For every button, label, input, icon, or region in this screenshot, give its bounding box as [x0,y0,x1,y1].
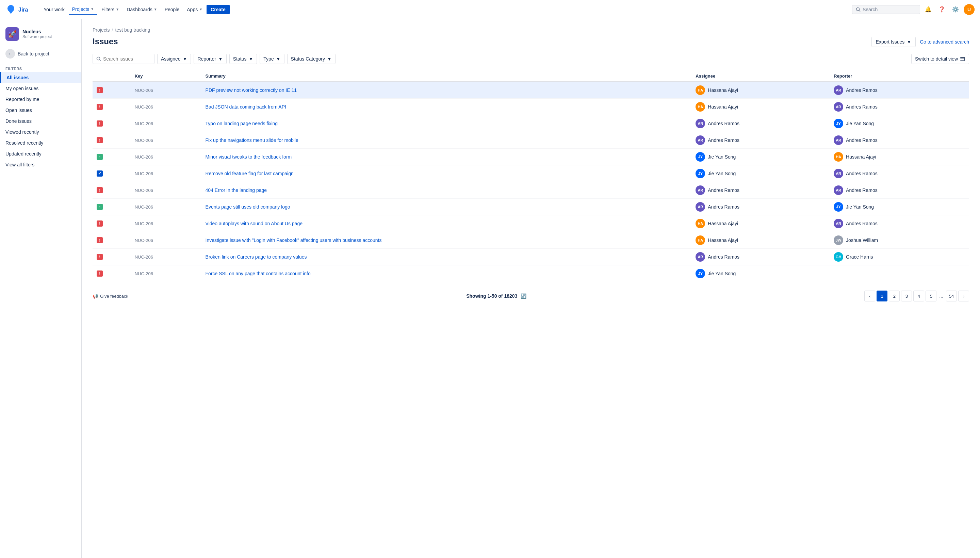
table-row[interactable]: !NUC-206Bad JSON data coming back from A… [92,98,969,115]
sidebar-item-viewed-recently[interactable]: Viewed recently [0,126,81,138]
page-5-button[interactable]: 5 [926,290,936,302]
sidebar-item-view-all-filters[interactable]: View all filters [0,159,81,170]
page-2-button[interactable]: 2 [889,290,900,302]
filters-section-title: Filters [0,64,81,72]
cell-summary[interactable]: Force SSL on any page that contains acco… [202,265,692,282]
status-chevron: ▼ [248,56,253,62]
cell-summary[interactable]: Remove old feature flag for last campaig… [202,165,692,182]
next-page-button[interactable]: › [958,290,969,302]
back-icon: ← [5,49,15,59]
detail-view-button[interactable]: Switch to detail view [911,54,969,64]
status-filter[interactable]: Status ▼ [229,54,257,64]
cell-summary[interactable]: Events page still uses old company logo [202,199,692,215]
cell-summary[interactable]: Bad JSON data coming back from API [202,98,692,115]
sidebar-item-my-open-issues[interactable]: My open issues [0,83,81,94]
sidebar-item-done-issues[interactable]: Done issues [0,116,81,126]
cell-assignee: AR Andres Ramos [691,249,830,265]
assignee-avatar: HA [696,85,705,95]
cell-type: ! [92,249,131,265]
main-content: Projects / test bug tracking Issues Expo… [82,19,980,558]
reporter-avatar: JY [834,202,843,212]
pagination-info: Showing 1-50 of 18203 🔄 [466,293,526,299]
user-avatar[interactable]: U [964,4,975,15]
help-button[interactable]: ❓ [936,4,947,15]
cell-assignee: AR Andres Ramos [691,115,830,132]
refresh-icon[interactable]: 🔄 [520,293,526,299]
apps-chevron: ▼ [199,8,202,11]
breadcrumb-separator: / [112,27,113,33]
cell-assignee: AR Andres Ramos [691,182,830,199]
create-button[interactable]: Create [207,5,230,14]
advanced-search-link[interactable]: Go to advanced search [920,39,969,44]
sidebar-item-updated-recently[interactable]: Updated recently [0,148,81,159]
assignee-filter[interactable]: Assignee ▼ [157,54,191,64]
search-issues-input[interactable] [103,56,151,62]
dashboards-nav[interactable]: Dashboards ▼ [123,5,160,14]
projects-nav[interactable]: Projects ▼ [69,5,97,15]
table-row[interactable]: !NUC-206Investigate issue with "Login wi… [92,232,969,249]
filters-chevron: ▼ [116,8,119,11]
reporter-filter[interactable]: Reporter ▼ [194,54,226,64]
page-3-button[interactable]: 3 [901,290,912,302]
cell-key: NUC-206 [131,98,202,115]
cell-summary[interactable]: Fix up the navigations menu slide for mo… [202,132,692,149]
svg-point-2 [857,8,860,11]
sidebar-item-open-issues[interactable]: Open issues [0,105,81,116]
type-filter[interactable]: Type ▼ [259,54,284,64]
reporter-avatar: AR [834,85,843,95]
page-1-button[interactable]: 1 [877,290,888,302]
table-row[interactable]: ↑NUC-206Minor visual tweaks to the feedb… [92,149,969,165]
cell-type: ! [92,115,131,132]
filters-nav[interactable]: Filters ▼ [98,5,123,14]
people-nav[interactable]: People [161,5,183,14]
feedback-button[interactable]: 📢 Give feedback [92,294,128,299]
cell-summary[interactable]: 404 Error in the landing page [202,182,692,199]
table-row[interactable]: !NUC-206Fix up the navigations menu slid… [92,132,969,149]
cell-summary[interactable]: Minor visual tweaks to the feedback form [202,149,692,165]
reporter-avatar: JW [834,235,843,245]
reporter-chevron: ▼ [218,56,223,62]
cell-summary[interactable]: Typo on landing page needs fixing [202,115,692,132]
breadcrumb-project-link[interactable]: test bug tracking [115,27,150,33]
apps-nav[interactable]: Apps ▼ [184,5,206,14]
assignee-avatar: AR [696,202,705,212]
table-row[interactable]: !NUC-206PDF preview not working correctl… [92,82,969,98]
assignee-chevron: ▼ [183,56,187,62]
table-row[interactable]: !NUC-206Broken link on Careers page to c… [92,249,969,265]
status-category-filter[interactable]: Status Category ▼ [287,54,335,64]
table-row[interactable]: !NUC-206Typo on landing page needs fixin… [92,115,969,132]
table-row[interactable]: ✓NUC-206Remove old feature flag for last… [92,165,969,182]
page-header: Issues Export Issues ▼ Go to advanced se… [92,37,969,47]
table-row[interactable]: ↑NUC-206Events page still uses old compa… [92,199,969,215]
prev-page-button[interactable]: ‹ [864,290,875,302]
cell-summary[interactable]: Broken link on Careers page to company v… [202,249,692,265]
page-54-button[interactable]: 54 [946,290,957,302]
sidebar-item-resolved-recently[interactable]: Resolved recently [0,138,81,148]
table-row[interactable]: !NUC-206Force SSL on any page that conta… [92,265,969,282]
search-issues-field[interactable] [92,54,154,64]
export-button[interactable]: Export Issues ▼ [872,37,916,47]
cell-summary[interactable]: PDF preview not working correctly on IE … [202,82,692,98]
cell-summary[interactable]: Video autoplays with sound on About Us p… [202,215,692,232]
table-row[interactable]: !NUC-206404 Error in the landing page AR… [92,182,969,199]
assignee-avatar: AR [696,135,705,145]
cell-assignee: HA Hassana Ajayi [691,215,830,232]
logo-area[interactable]: Jira [5,4,35,15]
cell-reporter: JY Jie Yan Song [830,199,969,215]
table-row[interactable]: !NUC-206Video autoplays with sound on Ab… [92,215,969,232]
cell-type: ✓ [92,165,131,182]
cell-reporter: HA Hassana Ajayi [830,149,969,165]
global-search[interactable]: Search [852,5,920,14]
breadcrumb-projects-link[interactable]: Projects [92,27,110,33]
your-work-nav[interactable]: Your work [40,5,68,14]
page-4-button[interactable]: 4 [913,290,924,302]
sidebar-item-all-issues[interactable]: All issues [0,72,81,83]
assignee-avatar: AR [696,185,705,195]
back-to-project[interactable]: ← Back to project [0,46,81,61]
cell-key: NUC-206 [131,249,202,265]
settings-button[interactable]: ⚙️ [950,4,961,15]
sidebar-item-reported-by-me[interactable]: Reported by me [0,94,81,105]
cell-assignee: JY Jie Yan Song [691,165,830,182]
cell-summary[interactable]: Investigate issue with "Login with Faceb… [202,232,692,249]
notifications-button[interactable]: 🔔 [923,4,934,15]
